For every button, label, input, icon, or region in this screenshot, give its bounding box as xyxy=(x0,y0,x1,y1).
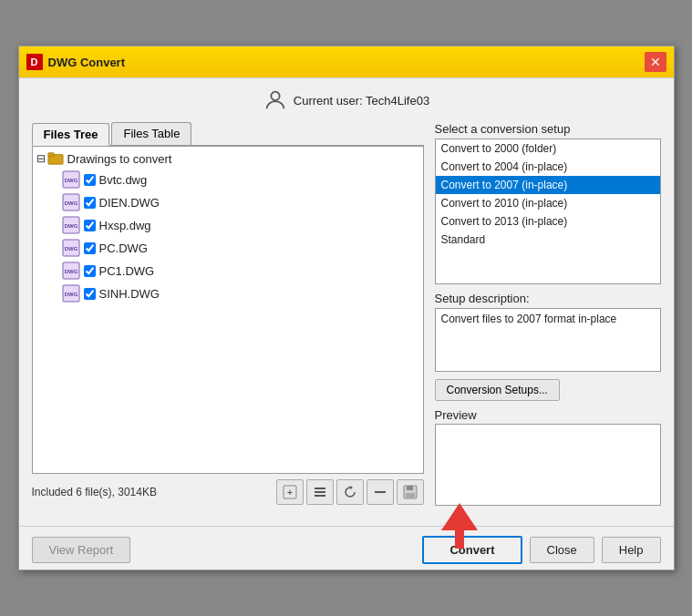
file-checkbox-4[interactable] xyxy=(84,265,96,277)
convert-button[interactable]: Convert xyxy=(422,536,522,564)
dwg-convert-window: D DWG Convert ✕ Current user: Tech4Life0… xyxy=(18,46,675,570)
status-text: Included 6 file(s), 3014KB xyxy=(32,486,157,498)
conversion-item-4[interactable]: Convert to 2013 (in-place) xyxy=(436,212,660,231)
setup-desc-box: Convert files to 2007 format in-place xyxy=(435,308,661,372)
main-area: Files Tree Files Table ⊟ Drawings to con… xyxy=(32,122,661,506)
svg-rect-17 xyxy=(315,488,325,489)
toolbar-add-button[interactable]: + xyxy=(276,479,304,505)
toolbar-list-button[interactable] xyxy=(306,479,334,505)
svg-text:DWG: DWG xyxy=(64,246,77,252)
file-name: Bvtc.dwg xyxy=(99,173,148,187)
svg-rect-19 xyxy=(315,495,325,497)
bottom-right-buttons: Convert Close Help xyxy=(422,536,660,564)
conversion-list[interactable]: Convert to 2000 (folder)Convert to 2004 … xyxy=(435,139,661,284)
files-tree-box: ⊟ Drawings to convert DWG xyxy=(32,146,424,474)
left-panel: Files Tree Files Table ⊟ Drawings to con… xyxy=(32,122,424,506)
setup-desc-section: Setup description: Convert files to 2007… xyxy=(435,292,661,372)
file-item: DWG PC.DWG xyxy=(62,239,419,257)
conversion-item-0[interactable]: Convert to 2000 (folder) xyxy=(436,139,660,158)
svg-rect-20 xyxy=(375,491,386,493)
setup-desc-label: Setup description: xyxy=(435,292,661,305)
file-list: DWG Bvtc.dwg DWG DIEN.DWG DWG xyxy=(62,170,419,303)
file-checkbox-5[interactable] xyxy=(84,288,96,300)
preview-box xyxy=(435,424,661,506)
svg-text:DWG: DWG xyxy=(64,292,77,297)
svg-text:DWG: DWG xyxy=(64,223,77,229)
status-bar: Included 6 file(s), 3014KB + xyxy=(32,479,424,505)
user-label: Current user: Tech4Life03 xyxy=(294,94,429,108)
conversion-setup-label: Select a conversion setup xyxy=(435,122,661,136)
dwg-file-icon: DWG xyxy=(62,193,80,211)
remove-icon xyxy=(373,485,387,499)
tree-root-label: Drawings to convert xyxy=(67,152,172,166)
setup-desc-text: Convert files to 2007 format in-place xyxy=(441,313,617,325)
conversion-item-5[interactable]: Standard xyxy=(436,231,660,249)
conversion-item-3[interactable]: Convert to 2010 (in-place) xyxy=(436,194,660,212)
bottom-bar: View Report Convert Close Help xyxy=(19,526,674,570)
file-checkbox-3[interactable] xyxy=(84,242,96,254)
preview-label: Preview xyxy=(435,408,661,422)
right-panel: Select a conversion setup Convert to 200… xyxy=(435,122,661,506)
window-title: DWG Convert xyxy=(48,56,645,69)
file-name: Hxsp.dwg xyxy=(99,219,151,232)
toolbar-remove-button[interactable] xyxy=(367,479,394,505)
svg-text:DWG: DWG xyxy=(64,269,77,274)
tree-root: ⊟ Drawings to convert xyxy=(36,150,419,167)
file-item: DWG PC1.DWG xyxy=(62,262,419,280)
svg-text:DWG: DWG xyxy=(64,178,77,183)
file-name: PC1.DWG xyxy=(99,264,155,278)
preview-section: Preview xyxy=(435,408,661,506)
svg-rect-2 xyxy=(47,153,53,157)
user-bar: Current user: Tech4Life03 xyxy=(32,87,661,113)
svg-rect-23 xyxy=(406,493,415,498)
title-bar: D DWG Convert ✕ xyxy=(19,46,674,78)
file-item: DWG Hxsp.dwg xyxy=(62,216,419,234)
svg-text:DWG: DWG xyxy=(64,200,77,206)
conversion-setup-section: Select a conversion setup Convert to 200… xyxy=(435,122,661,284)
dwg-file-icon: DWG xyxy=(62,262,80,280)
toolbar-refresh-button[interactable] xyxy=(336,479,364,505)
tab-bar: Files Tree Files Table xyxy=(32,122,424,146)
file-checkbox-0[interactable] xyxy=(84,174,96,186)
file-name: PC.DWG xyxy=(99,241,148,255)
folder-icon xyxy=(47,150,64,167)
help-button[interactable]: Help xyxy=(602,537,661,563)
file-name: SINH.DWG xyxy=(99,287,160,301)
toolbar-icons: + xyxy=(276,479,424,505)
close-window-button[interactable]: ✕ xyxy=(645,52,666,72)
file-name: DIEN.DWG xyxy=(99,196,160,210)
toolbar-save-button[interactable] xyxy=(397,479,424,505)
close-button[interactable]: Close xyxy=(530,537,594,563)
app-icon: D xyxy=(26,54,43,70)
file-checkbox-2[interactable] xyxy=(84,220,96,231)
conversion-setups-button[interactable]: Conversion Setups... xyxy=(435,379,560,401)
svg-text:+: + xyxy=(286,487,292,498)
dwg-file-icon: DWG xyxy=(62,239,80,257)
tree-expand-icon[interactable]: ⊟ xyxy=(36,152,46,165)
svg-rect-18 xyxy=(315,491,325,493)
add-files-icon: + xyxy=(283,485,297,499)
save-icon xyxy=(403,485,418,499)
file-checkbox-1[interactable] xyxy=(84,197,96,209)
file-item: DWG DIEN.DWG xyxy=(62,193,419,211)
dwg-file-icon: DWG xyxy=(62,216,80,234)
main-content: Current user: Tech4Life03 Files Tree Fil… xyxy=(19,78,674,518)
conversion-setups-section: Conversion Setups... xyxy=(435,379,661,401)
tab-files-tree[interactable]: Files Tree xyxy=(32,123,110,146)
dwg-file-icon: DWG xyxy=(62,284,80,303)
file-item: DWG Bvtc.dwg xyxy=(62,170,419,189)
refresh-icon xyxy=(343,485,357,499)
view-report-button[interactable]: View Report xyxy=(32,537,131,563)
svg-rect-22 xyxy=(407,486,413,490)
svg-point-0 xyxy=(271,92,279,100)
list-icon xyxy=(313,485,327,499)
user-icon xyxy=(263,87,288,113)
conversion-item-2[interactable]: Convert to 2007 (in-place) xyxy=(436,176,660,194)
conversion-item-1[interactable]: Convert to 2004 (in-place) xyxy=(436,158,660,176)
tab-files-table[interactable]: Files Table xyxy=(111,122,191,145)
file-item: DWG SINH.DWG xyxy=(62,284,419,303)
dwg-file-icon: DWG xyxy=(62,170,80,189)
